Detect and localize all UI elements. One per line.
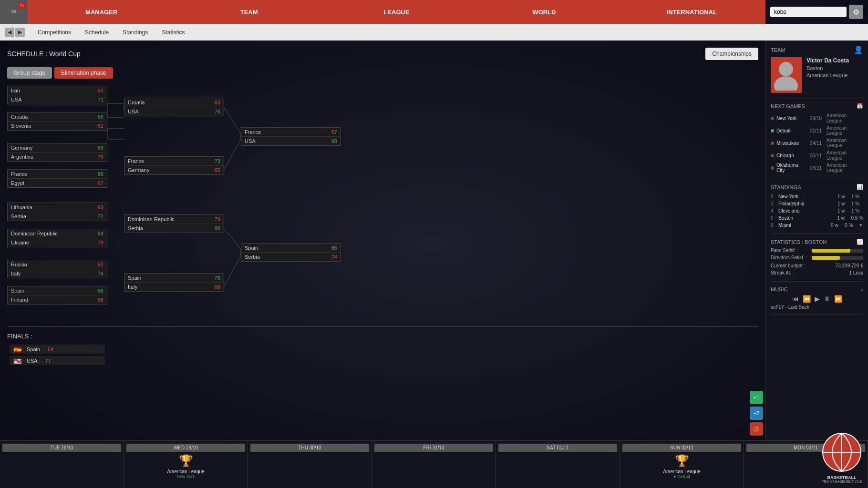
mail-badge: 21 <box>19 2 25 9</box>
standing-row-2: 3 Philadelphia 1 w 1 % <box>771 200 863 207</box>
next-game-3: Milwaukee 04/11 American League <box>771 137 863 149</box>
sub-nav-schedule[interactable]: Schedule <box>79 27 114 38</box>
basketball-logo-svg <box>820 431 863 474</box>
score-germany-r16: 65 <box>215 167 220 173</box>
schedule-day-6[interactable]: SUN 02/11 🏆 American League ● Detroit <box>620 441 744 488</box>
score-ukraine: 79 <box>98 240 103 245</box>
team-croatia-r16: Croatia <box>128 100 145 105</box>
flag-usa: 🇺🇸 <box>13 357 23 364</box>
team-serbia-g: Serbia <box>11 214 26 219</box>
fans-satisf-label: Fans Satisf. : <box>771 248 809 253</box>
music-section: MUSIC ♪ ⏮ ⏪ ▶ ⏸ ⏩ soFLY - Laid Back <box>771 286 863 315</box>
fab-btn-1[interactable]: +1 <box>750 391 763 404</box>
score-serbia-r16: 88 <box>215 225 220 231</box>
score-spain-g: 68 <box>98 288 103 294</box>
standings-section: STANDINGS 📊 2 New York 1 w 1 % 3 Philade… <box>771 184 863 234</box>
nav-team[interactable]: TEAM <box>175 0 322 24</box>
music-prev[interactable]: ⏪ <box>803 295 811 303</box>
game-dot-4 <box>771 154 774 157</box>
schedule-title: SCHEDULE : World Cup <box>7 50 81 58</box>
tab-elimination-phase[interactable]: Elimination phase <box>54 67 113 79</box>
team-ukraine: Ukraine <box>11 240 29 245</box>
score-spain-qf: 86 <box>331 245 337 251</box>
budget-row: Current budget : 73.209.720 € <box>771 262 863 269</box>
sub-nav-statistics[interactable]: Statistics <box>156 27 190 38</box>
flag-spain: 🇪🇸 <box>13 346 23 352</box>
finals-title: FINALS : <box>7 333 758 340</box>
team-france-qf: France <box>245 129 261 135</box>
standing-row-5: 6 Miami 0 w 0 % ▼ <box>771 222 863 229</box>
next-game-4: Chicago 06/11 American League <box>771 149 863 162</box>
score-croatia-g: 66 <box>98 114 103 120</box>
team-germany-g: Germany <box>11 145 32 151</box>
next-game-1: New York 29/10 American League <box>771 112 863 124</box>
schedule-day-2[interactable]: WED 29/10 🏆 American League New York <box>124 441 248 488</box>
avatar-svg <box>773 60 799 91</box>
music-prev-prev[interactable]: ⏮ <box>792 295 799 303</box>
right-panel: TEAM 👤 Victor Da Costa Boston American L… <box>765 41 868 440</box>
group-match-2: Croatia66 Slovenia52 <box>7 112 107 131</box>
nav-world[interactable]: WORLD <box>470 0 618 24</box>
music-next[interactable]: ⏩ <box>834 295 842 303</box>
score-france-g: 86 <box>98 171 103 177</box>
statistics-icon: 📈 <box>857 239 863 245</box>
group-match-4: France86 Egypt67 <box>7 169 107 188</box>
bracket-visual: Iran63 USA71 Croatia66 Slovenia52 <box>7 86 758 353</box>
budget-value: 73.209.720 € <box>836 263 863 268</box>
team-spain-r16: Spain <box>128 275 141 281</box>
team-spain-g: Spain <box>11 288 24 294</box>
music-play[interactable]: ▶ <box>815 295 820 303</box>
schedule-day-5: SAT 01/11 <box>496 441 620 488</box>
main-content: ✉ 21 MANAGER TEAM LEAGUE WORLD INTERNATI… <box>0 0 868 488</box>
gear-icon[interactable]: ⚙ <box>849 5 863 19</box>
tab-group-stage[interactable]: Group stage <box>7 67 52 79</box>
trophy-icon-2: 🏆 <box>675 454 689 468</box>
nav-international[interactable]: INTERNATIONAL <box>618 0 765 24</box>
nav-league[interactable]: LEAGUE <box>323 0 470 24</box>
championships-button[interactable]: Championships <box>705 48 758 60</box>
music-controls: ⏮ ⏪ ▶ ⏸ ⏩ <box>771 295 863 303</box>
next-games-title: NEXT GAMES 📅 <box>771 103 863 109</box>
qf-match-2: Spain86 Serbia74 <box>241 243 341 262</box>
team-egypt: Egypt <box>11 180 24 186</box>
fab-btn-2[interactable]: +7 <box>750 407 763 420</box>
game-dot-5 <box>771 166 774 170</box>
nav-manager[interactable]: MANAGER <box>28 0 175 24</box>
sub-nav-competitions[interactable]: Competitions <box>32 27 77 38</box>
group-match-1: Iran63 USA71 <box>7 86 107 104</box>
group-match-3: Germany83 Argentina75 <box>7 143 107 162</box>
next-games-list: New York 29/10 American League Detroit 0… <box>771 112 863 174</box>
finals-team-usa: 🇺🇸 USA 77 <box>10 356 105 365</box>
directors-satisf-label: Directors Satisf. : <box>771 255 809 260</box>
score-finland: 56 <box>98 297 103 303</box>
budget-label: Current budget : <box>771 263 805 268</box>
svg-line-10 <box>224 229 241 249</box>
manager-name: Victor Da Costa <box>806 57 849 64</box>
directors-satisf-row: Directors Satisf. : <box>771 255 863 260</box>
standings-arrow[interactable]: ▼ <box>858 223 863 228</box>
sub-navigation: ◀ ▶ Competitions Schedule Standings Stat… <box>0 24 868 41</box>
nav-back-arrow[interactable]: ◀ <box>5 28 14 37</box>
fans-satisf-bar <box>812 249 850 253</box>
search-input[interactable] <box>770 7 847 17</box>
mail-icon[interactable]: ✉ 21 <box>0 0 28 24</box>
standing-row-4: 5 Boston 1 w 0.5 % <box>771 214 863 222</box>
score-italy-g: 74 <box>98 271 103 276</box>
body-area: SCHEDULE : World Cup Championships Group… <box>0 41 868 440</box>
streak-row: Streak Al. : 1 Loss <box>771 269 863 276</box>
manager-city: Boston <box>806 65 849 71</box>
music-pause[interactable]: ⏸ <box>824 295 830 303</box>
next-game-5: Oklahoma City 08/11 American League <box>771 162 863 174</box>
score-argentina: 75 <box>98 154 103 160</box>
logo-area: BASKETBALL PRO MANAGEMENT 2015 <box>820 431 863 483</box>
team-france-r16: France <box>128 158 144 164</box>
svg-line-11 <box>224 256 241 286</box>
statistics-section: STATISTICS : Boston 📈 Fans Satisf. : Dir… <box>771 239 863 282</box>
score-spain-r16: 78 <box>215 275 220 281</box>
sub-nav-standings[interactable]: Standings <box>117 27 154 38</box>
nav-arrows: ◀ ▶ <box>5 28 25 37</box>
next-games-section: NEXT GAMES 📅 New York 29/10 American Lea… <box>771 103 863 179</box>
day-header-4: FRI 31/10 <box>374 444 493 452</box>
fab-btn-3[interactable]: 🏀 <box>750 422 763 436</box>
nav-forward-arrow[interactable]: ▶ <box>15 28 25 37</box>
